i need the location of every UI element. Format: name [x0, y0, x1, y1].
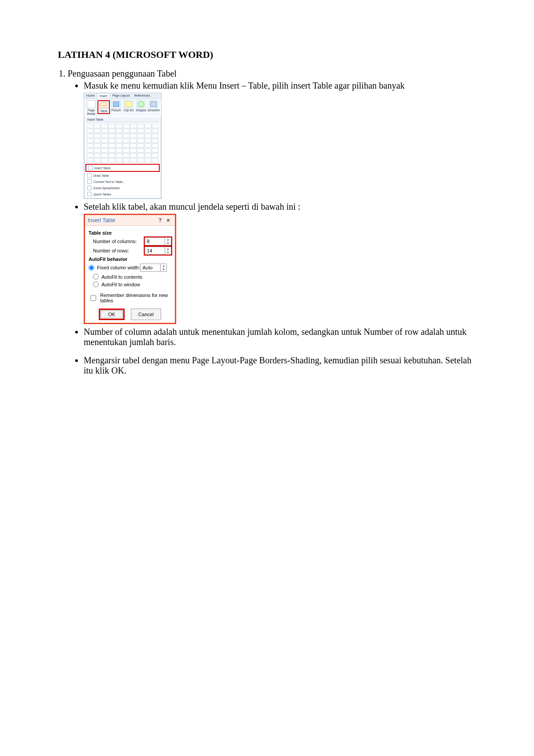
- autofit-contents-radio[interactable]: [93, 274, 99, 280]
- table-size-header: Table size: [89, 230, 171, 236]
- close-icon[interactable]: ×: [164, 217, 172, 224]
- quick-tables-icon: [87, 192, 92, 196]
- bullet-1: Masuk ke menu kemudian klik Menu Insert …: [84, 81, 476, 199]
- table-icon: [99, 101, 108, 109]
- up-arrow-icon[interactable]: ▲: [161, 264, 166, 268]
- dd-insert-table: Insert Table...: [85, 164, 160, 172]
- autofit-window-radio[interactable]: [93, 281, 99, 287]
- smartart-icon: [149, 100, 158, 108]
- up-arrow-icon[interactable]: ▲: [165, 238, 171, 241]
- fixed-width-label: Fixed column width:: [97, 265, 140, 270]
- rows-label: Number of rows:: [89, 248, 145, 253]
- table-size-grid: [85, 122, 160, 163]
- ordered-item-1: Penguasaan penggunaan Tabel Masuk ke men…: [68, 69, 476, 376]
- dropdown-title: Insert Table: [85, 117, 160, 122]
- page-break-button: Page Break: [85, 100, 97, 115]
- remember-checkbox[interactable]: [90, 295, 96, 301]
- ok-button[interactable]: OK: [101, 310, 123, 318]
- help-icon[interactable]: ?: [156, 217, 164, 224]
- dd-quick-tables: Quick Tables: [85, 191, 160, 197]
- down-arrow-icon[interactable]: ▼: [161, 268, 166, 271]
- pencil-icon: [87, 173, 92, 178]
- ordered-item-1-text: Penguasaan penggunaan Tabel: [68, 69, 177, 78]
- insert-table-dialog: Insert Table ? × Table size Number of co…: [84, 214, 176, 324]
- autofit-header: AutoFit behavior: [89, 256, 171, 262]
- cancel-button[interactable]: Cancel: [131, 309, 161, 320]
- fixed-width-radio[interactable]: [89, 265, 94, 271]
- down-arrow-icon[interactable]: ▼: [165, 251, 171, 254]
- up-arrow-icon[interactable]: ▲: [165, 247, 171, 251]
- rows-input[interactable]: [145, 248, 165, 254]
- cols-input[interactable]: [145, 238, 165, 244]
- tab-page-layout: Page Layout: [110, 93, 132, 98]
- doc-title: LATIHAN 4 (MICROSOFT WORD): [58, 49, 476, 61]
- cols-spinner[interactable]: ▲▼: [145, 237, 171, 245]
- shapes-button: Shapes: [135, 100, 147, 112]
- dd-excel: Excel Spreadsheet: [85, 185, 160, 191]
- autofit-contents-label: AutoFit to contents: [101, 274, 142, 280]
- tab-home: Home: [84, 93, 97, 98]
- smartart-button: SmartArt: [147, 100, 160, 112]
- bullet-4: Mengarsir tabel dengan menu Page Layout-…: [84, 355, 476, 376]
- remember-label: Remember dimensions for new tables: [100, 293, 171, 303]
- picture-button: Picture: [110, 100, 122, 112]
- table-button: Table: [97, 100, 110, 114]
- shapes-icon: [137, 100, 146, 108]
- down-arrow-icon[interactable]: ▼: [165, 241, 171, 245]
- tab-insert: Insert: [97, 93, 110, 98]
- ribbon-screenshot: Home Insert Page Layout References Page …: [84, 93, 162, 199]
- autofit-window-label: AutoFit to window: [101, 282, 140, 287]
- clip-art-icon: [124, 100, 133, 108]
- tab-references: References: [132, 93, 153, 98]
- table-dropdown: Insert Table: [84, 116, 161, 199]
- excel-icon: [87, 186, 92, 190]
- dialog-title: Insert Table: [88, 217, 115, 224]
- cols-label: Number of columns:: [89, 239, 145, 244]
- table-small-icon: [88, 166, 93, 170]
- picture-icon: [112, 100, 121, 108]
- fixed-width-input[interactable]: [141, 264, 160, 271]
- dd-convert-text: Convert Text to Table...: [85, 179, 160, 185]
- rows-spinner[interactable]: ▲▼: [145, 247, 171, 255]
- convert-icon: [87, 179, 92, 184]
- fixed-width-spinner[interactable]: ▲▼: [140, 264, 167, 272]
- dd-draw-table: Draw Table: [85, 172, 160, 179]
- bullet-3: Number of column adalah untuk menentukan…: [84, 327, 476, 347]
- bullet-2: Setelah klik tabel, akan muncul jendela …: [84, 202, 476, 324]
- clip-art-button: Clip Art: [122, 100, 135, 112]
